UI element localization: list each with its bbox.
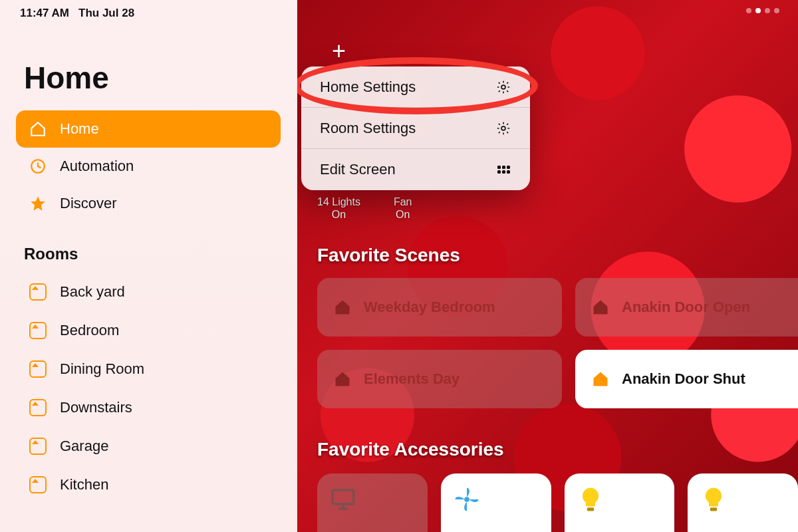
svg-point-2 xyxy=(501,126,505,130)
room-item-label: Dining Room xyxy=(60,360,144,378)
status-chip-line2: On xyxy=(317,208,360,221)
room-icon xyxy=(29,438,47,455)
status-bar: 11:47 AM Thu Jul 28 xyxy=(16,0,281,20)
scene-label: Elements Day xyxy=(364,370,460,388)
add-menu-popover: Home Settings Room Settings Edit Screen xyxy=(301,66,530,190)
scene-tile[interactable]: Weekday Bedroom xyxy=(317,278,562,336)
room-icon xyxy=(29,360,47,378)
room-icon xyxy=(29,476,47,493)
room-item-garage[interactable]: Garage xyxy=(16,427,281,466)
page-indicator[interactable] xyxy=(746,8,779,13)
sidebar: 11:47 AM Thu Jul 28 Home Home Automation… xyxy=(0,0,297,532)
room-item-back-yard[interactable]: Back yard xyxy=(16,273,281,311)
room-item-label: Bedroom xyxy=(60,322,119,339)
main-content: + Home Settings Room Settings Edit Scree… xyxy=(297,0,798,532)
star-icon xyxy=(29,195,47,212)
nav-item-automation[interactable]: Automation xyxy=(16,148,281,185)
accessories-row xyxy=(317,473,798,532)
gear-icon xyxy=(495,79,511,95)
scene-label: Anakin Door Open xyxy=(622,299,750,316)
menu-item-label: Home Settings xyxy=(320,78,416,96)
page-title: Home xyxy=(16,60,281,96)
svg-rect-3 xyxy=(332,490,354,504)
scene-tile[interactable]: Anakin Door Open xyxy=(575,278,798,336)
status-chip-line2: On xyxy=(394,208,412,221)
room-icon xyxy=(29,399,47,416)
room-item-label: Garage xyxy=(60,438,108,455)
room-item-label: Downstairs xyxy=(60,399,132,416)
primary-nav: Home Automation Discover xyxy=(16,110,281,222)
status-chip-lights[interactable]: 14 Lights On xyxy=(317,196,360,221)
home-icon xyxy=(333,370,352,388)
tv-icon xyxy=(329,485,357,513)
nav-item-home[interactable]: Home xyxy=(16,110,281,148)
room-item-label: Kitchen xyxy=(60,476,108,493)
svg-rect-6 xyxy=(710,507,718,511)
svg-point-1 xyxy=(501,85,505,89)
menu-item-label: Edit Screen xyxy=(320,161,396,178)
accessory-tile[interactable] xyxy=(317,473,428,532)
accessory-tile[interactable] xyxy=(565,473,675,532)
fan-icon xyxy=(453,485,481,513)
scenes-section-title: Favorite Scenes xyxy=(317,245,460,266)
bulb-icon xyxy=(577,485,604,513)
status-chip-line1: Fan xyxy=(394,196,412,208)
menu-item-edit-screen[interactable]: Edit Screen xyxy=(301,149,530,190)
gear-icon xyxy=(495,120,511,136)
room-icon xyxy=(29,322,47,339)
room-item-kitchen[interactable]: Kitchen xyxy=(16,466,281,504)
scenes-grid: Weekday Bedroom Anakin Door Open Element… xyxy=(317,278,798,408)
clock-icon xyxy=(29,158,47,175)
home-icon xyxy=(333,298,352,317)
bulb-icon xyxy=(700,485,728,513)
add-button[interactable]: + xyxy=(332,37,346,65)
accessory-tile[interactable] xyxy=(441,473,551,532)
nav-item-discover[interactable]: Discover xyxy=(16,185,281,222)
status-time: 11:47 AM xyxy=(20,7,69,20)
svg-point-4 xyxy=(464,497,469,502)
nav-item-label: Home xyxy=(60,120,99,138)
home-icon xyxy=(591,298,610,317)
status-chip-fan[interactable]: Fan On xyxy=(394,196,412,221)
home-icon xyxy=(591,370,610,388)
room-item-dining-room[interactable]: Dining Room xyxy=(16,350,281,388)
svg-rect-5 xyxy=(587,507,594,511)
scene-label: Weekday Bedroom xyxy=(364,299,495,316)
room-item-bedroom[interactable]: Bedroom xyxy=(16,311,281,350)
menu-item-label: Room Settings xyxy=(320,120,416,137)
room-item-downstairs[interactable]: Downstairs xyxy=(16,388,281,427)
nav-item-label: Discover xyxy=(60,195,117,212)
rooms-list: Back yard Bedroom Dining Room Downstairs… xyxy=(16,273,281,504)
status-chip-line1: 14 Lights xyxy=(317,196,360,208)
scene-tile[interactable]: Elements Day xyxy=(317,350,562,408)
accessory-tile[interactable] xyxy=(688,473,798,532)
nav-item-label: Automation xyxy=(60,158,134,175)
grid-icon xyxy=(495,162,511,178)
scene-tile[interactable]: Anakin Door Shut xyxy=(575,350,798,408)
status-date: Thu Jul 28 xyxy=(78,7,134,20)
room-icon xyxy=(29,283,47,301)
home-icon xyxy=(29,120,47,138)
room-item-label: Back yard xyxy=(60,283,125,301)
menu-item-home-settings[interactable]: Home Settings xyxy=(301,66,530,108)
rooms-header: Rooms xyxy=(16,245,281,263)
scene-label: Anakin Door Shut xyxy=(622,370,745,388)
status-chips: 14 Lights On Fan On xyxy=(317,196,412,221)
menu-item-room-settings[interactable]: Room Settings xyxy=(301,108,530,149)
accessories-section-title: Favorite Accessories xyxy=(317,439,504,460)
